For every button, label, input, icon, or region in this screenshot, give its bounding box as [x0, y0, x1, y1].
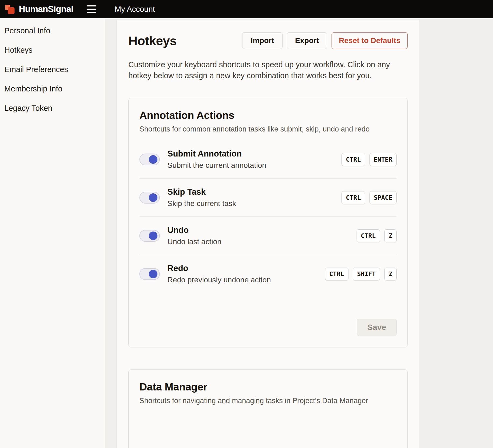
- key-badge[interactable]: CTRL: [325, 268, 348, 280]
- save-row: Save: [139, 319, 397, 336]
- hotkey-row: Submit AnnotationSubmit the current anno…: [139, 140, 397, 178]
- hotkey-rows: Submit AnnotationSubmit the current anno…: [139, 140, 397, 293]
- hotkey-keys: CTRLZ: [357, 229, 397, 242]
- toggle-knob: [149, 232, 157, 240]
- hotkey-label: Redo: [167, 264, 271, 273]
- hotkey-description: Submit the current annotation: [167, 161, 266, 170]
- hotkeys-title: Hotkeys: [128, 33, 177, 48]
- main-content: Hotkeys Import Export Reset to Defaults …: [105, 18, 493, 448]
- hotkey-label: Skip Task: [167, 187, 236, 197]
- save-button[interactable]: Save: [357, 319, 397, 336]
- export-button[interactable]: Export: [287, 32, 328, 49]
- hotkey-row: Skip TaskSkip the current taskCTRLSPACE: [139, 178, 397, 216]
- key-badge[interactable]: Z: [384, 268, 397, 280]
- toggle-knob: [149, 193, 157, 202]
- hotkey-toggle[interactable]: [139, 268, 160, 280]
- hotkey-text: Submit AnnotationSubmit the current anno…: [167, 149, 266, 170]
- sidebar: Personal InfoHotkeysEmail PreferencesMem…: [0, 18, 105, 448]
- key-badge[interactable]: SHIFT: [353, 268, 380, 280]
- reset-to-defaults-button[interactable]: Reset to Defaults: [332, 32, 408, 49]
- toggle-knob: [149, 270, 157, 278]
- section-title: Data Manager: [139, 381, 397, 393]
- hotkey-toggle[interactable]: [139, 230, 160, 242]
- sidebar-menu: Personal InfoHotkeysEmail PreferencesMem…: [0, 21, 105, 118]
- hotkey-label: Submit Annotation: [167, 149, 266, 159]
- humansignal-logo-icon: [5, 4, 16, 15]
- header-brand-area: HumanSignal: [0, 0, 105, 18]
- hotkey-description: Redo previously undone action: [167, 276, 271, 284]
- key-badge[interactable]: CTRL: [357, 229, 380, 242]
- key-badge[interactable]: CTRL: [341, 191, 365, 204]
- hotkeys-card-header: Hotkeys Import Export Reset to Defaults: [128, 32, 408, 49]
- section-subtitle: Shortcuts for common annotation tasks li…: [139, 125, 397, 133]
- key-badge[interactable]: CTRL: [341, 153, 365, 166]
- section-data-manager: Data Manager Shortcuts for navigating an…: [128, 369, 408, 448]
- section-title: Annotation Actions: [139, 109, 397, 121]
- hotkey-row: UndoUndo last actionCTRLZ: [139, 216, 397, 255]
- hotkey-description: Skip the current task: [167, 199, 236, 208]
- sidebar-item-personal-info[interactable]: Personal Info: [0, 21, 105, 40]
- section-annotation-actions: Annotation Actions Shortcuts for common …: [128, 98, 408, 347]
- import-button[interactable]: Import: [242, 32, 282, 49]
- sidebar-item-membership-info[interactable]: Membership Info: [0, 79, 105, 98]
- hotkey-text: Skip TaskSkip the current task: [167, 187, 236, 208]
- top-header: HumanSignal My Account: [0, 0, 493, 18]
- hamburger-menu-icon[interactable]: [87, 4, 96, 14]
- brand[interactable]: HumanSignal: [5, 4, 73, 15]
- sidebar-item-legacy-token[interactable]: Legacy Token: [0, 98, 105, 118]
- hotkey-text: UndoUndo last action: [167, 225, 221, 246]
- section-subtitle: Shortcuts for navigating and managing ta…: [139, 397, 397, 405]
- hotkey-text: RedoRedo previously undone action: [167, 264, 271, 284]
- key-badge[interactable]: SPACE: [369, 191, 397, 204]
- key-badge[interactable]: ENTER: [369, 153, 397, 166]
- hotkey-row: RedoRedo previously undone actionCTRLSHI…: [139, 255, 397, 293]
- hotkey-toggle[interactable]: [139, 192, 160, 204]
- hotkeys-actions: Import Export Reset to Defaults: [242, 32, 408, 49]
- hotkey-keys: CTRLSHIFTZ: [325, 268, 397, 280]
- hotkey-keys: CTRLENTER: [341, 153, 397, 166]
- sidebar-item-hotkeys[interactable]: Hotkeys: [0, 40, 105, 60]
- sidebar-item-email-preferences[interactable]: Email Preferences: [0, 60, 105, 79]
- hotkey-keys: CTRLSPACE: [341, 191, 397, 204]
- toggle-knob: [149, 155, 157, 164]
- hotkeys-description: Customize your keyboard shortcuts to spe…: [128, 59, 407, 81]
- hotkeys-card: Hotkeys Import Export Reset to Defaults …: [116, 20, 420, 448]
- hotkey-toggle[interactable]: [139, 154, 160, 165]
- hotkey-description: Undo last action: [167, 237, 221, 246]
- brand-name: HumanSignal: [19, 4, 73, 14]
- page-title: My Account: [115, 5, 155, 14]
- key-badge[interactable]: Z: [384, 229, 397, 242]
- hotkey-label: Undo: [167, 225, 221, 235]
